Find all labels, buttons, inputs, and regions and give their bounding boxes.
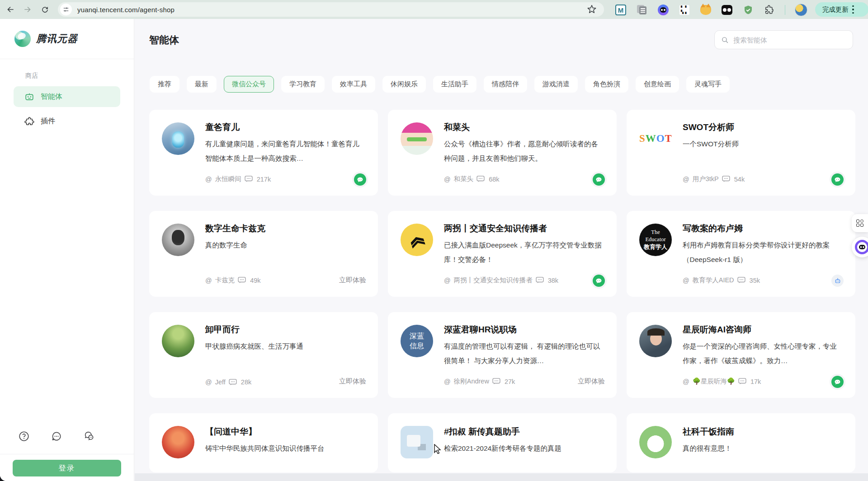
at-sign: @ xyxy=(683,277,689,284)
sidebar-item-label: 智能体 xyxy=(41,92,62,102)
extensions-puzzle-icon[interactable] xyxy=(764,4,775,16)
avatar-letter: W xyxy=(646,133,656,145)
extension-shield-icon[interactable] xyxy=(742,4,754,16)
browser-window: yuanqi.tencent.com/agent-shop M 完成更新 xyxy=(0,0,868,481)
agent-desc: 公众号《槽边往事》作者，愿意耐心倾听读者的各种问题，并且友善和他们聊天。 xyxy=(444,137,603,166)
agent-card-bloom[interactable]: The Educator 教育学人 写教案的布卢姆 利用布卢姆教育目标分类学帮你… xyxy=(627,211,855,297)
sidebar-item-plugins[interactable]: 插件 xyxy=(14,111,120,131)
author-name: 两拐丨交通安全知识传播者 xyxy=(454,276,533,285)
wechat-icon[interactable] xyxy=(354,173,366,186)
url-bar[interactable]: yuanqi.tencent.com/agent-shop xyxy=(58,2,604,17)
toolbar-separator xyxy=(785,5,785,15)
agent-avatar xyxy=(162,122,194,155)
avatar-text: 深蓝 xyxy=(410,331,424,341)
extension-docs-icon[interactable] xyxy=(636,4,648,16)
browser-menu-icon[interactable] xyxy=(852,5,854,14)
tab-newest[interactable]: 最新 xyxy=(187,76,217,93)
avatar-text: 教育学人 xyxy=(644,243,667,251)
extension-m-icon[interactable]: M xyxy=(615,4,627,16)
agent-card-hecaitou[interactable]: 和菜头 公众号《槽边往事》作者，愿意耐心倾听读者的各种问题，并且友善和他们聊天。… xyxy=(388,110,617,196)
agent-title: 社科干饭指南 xyxy=(683,426,842,438)
monica-icon xyxy=(855,240,868,254)
extension-monica-icon[interactable] xyxy=(657,4,669,16)
wechat-icon[interactable] xyxy=(831,173,844,186)
at-sign: @ xyxy=(683,378,689,385)
tab-education[interactable]: 学习教育 xyxy=(281,76,325,93)
chat-count: 27k xyxy=(505,378,515,385)
tab-wechat-official[interactable]: 微信公众号 xyxy=(224,76,274,93)
card-footer: @ 卡兹克 49k xyxy=(205,276,261,285)
tab-soul-writer[interactable]: 灵魂写手 xyxy=(686,76,730,93)
agent-card-swot[interactable]: SWOT SWOT分析师 一个SWOT分析师 @ 用户3tkP 54k xyxy=(627,110,855,196)
help-icon[interactable] xyxy=(18,430,30,442)
agent-card-shenlan[interactable]: 深蓝 信息 深蓝君聊HR说职场 有温度的管理也可以有逻辑， 有逻辑的理论也可以很… xyxy=(388,312,617,398)
at-sign: @ xyxy=(683,176,689,183)
wechat-icon[interactable] xyxy=(593,173,605,186)
back-icon[interactable] xyxy=(4,3,17,16)
try-now-link[interactable]: 立即体验 xyxy=(339,276,366,284)
bot-icon[interactable] xyxy=(831,275,844,287)
sidebar-item-agents[interactable]: 智能体 xyxy=(14,86,120,107)
reload-icon[interactable] xyxy=(38,3,52,16)
agent-desc: 真的数字生命 xyxy=(205,238,364,252)
sidebar-apps-widget[interactable] xyxy=(852,214,868,232)
extension-qr-icon[interactable] xyxy=(679,4,690,16)
agent-title: #扣叔 新传真题助手 xyxy=(444,426,603,438)
update-button[interactable]: 完成更新 xyxy=(815,2,868,17)
search-box[interactable] xyxy=(714,30,853,49)
login-button[interactable]: 登录 xyxy=(13,460,121,476)
tab-games[interactable]: 游戏消遣 xyxy=(534,76,578,93)
bookmark-star-icon[interactable] xyxy=(587,4,597,16)
agent-avatar: SWOT xyxy=(639,122,672,155)
author-name: 和菜头 xyxy=(454,175,474,183)
card-footer: @ 永恒瞬间 217k xyxy=(205,175,271,183)
extension-cat-icon[interactable] xyxy=(700,4,712,16)
wechat-icon[interactable] xyxy=(593,275,605,287)
chat-count: 35k xyxy=(750,277,760,284)
tab-recommended[interactable]: 推荐 xyxy=(150,76,179,93)
extension-glasses-icon[interactable] xyxy=(721,4,733,16)
community-chat-icon[interactable] xyxy=(83,430,95,442)
feedback-icon[interactable] xyxy=(51,430,62,442)
chat-count-icon xyxy=(492,378,500,385)
brand-header: 腾讯元器 xyxy=(0,19,134,59)
profile-avatar[interactable] xyxy=(795,4,807,16)
agent-card-koushu[interactable]: #扣叔 新传真题助手 检索2021-2024新传考研各专题的真题 xyxy=(388,413,617,472)
agent-card-tongba[interactable]: 童爸育儿 有儿童健康问题，来问童爸育儿智能体！童爸育儿智能体本质上是一种高效搜索… xyxy=(149,110,378,196)
agent-card-sheke[interactable]: 社科干饭指南 真的很有意思！ xyxy=(627,413,855,472)
agent-card-wendao[interactable]: 【问道中华】 铸牢中华民族共同体意识知识传播平台 xyxy=(149,413,378,472)
agent-avatar xyxy=(401,224,433,256)
avatar-letter: O xyxy=(656,133,665,145)
agent-card-xiejia[interactable]: 卸甲而行 甲状腺癌病友就医、生活万事通 @ Jeff 28k 立即体验 xyxy=(149,312,378,398)
category-tabs: 推荐 最新 微信公众号 学习教育 效率工具 休闲娱乐 生活助手 情感陪伴 游戏消… xyxy=(150,76,730,93)
author-name: Jeff xyxy=(215,378,226,386)
tab-productivity[interactable]: 效率工具 xyxy=(332,76,375,93)
forward-icon[interactable] xyxy=(21,3,34,16)
card-footer: @ 和菜头 68k xyxy=(444,175,500,183)
agent-card-xingchen[interactable]: 星辰听海AI咨询师 你是一个资深的心理咨询师、女性心理专家，专业作家，著作《破茧… xyxy=(627,312,855,398)
tab-roleplay[interactable]: 角色扮演 xyxy=(585,76,628,93)
tab-creative-art[interactable]: 创意绘画 xyxy=(636,76,679,93)
agent-title: SWOT分析师 xyxy=(683,121,842,133)
chat-count-icon xyxy=(536,277,544,284)
card-footer: @ 🌳星辰听海🌳 17k xyxy=(683,377,761,386)
site-info-icon[interactable] xyxy=(60,4,72,15)
agent-desc: 真的很有意思！ xyxy=(683,441,842,456)
try-now-link[interactable]: 立即体验 xyxy=(578,377,605,385)
agent-card-kazike[interactable]: 数字生命卡兹克 真的数字生命 @ 卡兹克 49k 立即体验 xyxy=(149,211,378,297)
try-now-link[interactable]: 立即体验 xyxy=(339,377,366,385)
plugin-icon xyxy=(24,116,34,126)
apps-grid-icon xyxy=(856,219,863,227)
card-footer: @ 两拐丨交通安全知识传播者 38k xyxy=(444,276,558,285)
tab-entertainment[interactable]: 休闲娱乐 xyxy=(382,76,426,93)
chat-count-icon xyxy=(245,176,253,182)
search-icon xyxy=(721,36,729,44)
wechat-icon[interactable] xyxy=(831,376,844,388)
agent-desc: 已接入满血版Deepseek，享亿万字符交管专业数据库！交警必备！ xyxy=(444,238,603,267)
agent-title: 【问道中华】 xyxy=(205,426,364,438)
tab-emotional[interactable]: 情感陪伴 xyxy=(484,76,527,93)
browser-toolbar: yuanqi.tencent.com/agent-shop M 完成更新 xyxy=(0,0,868,19)
agent-card-lianguai[interactable]: 两拐丨交通安全知识传播者 已接入满血版Deepseek，享亿万字符交管专业数据库… xyxy=(388,211,617,297)
search-input[interactable] xyxy=(733,36,837,44)
tab-life-helper[interactable]: 生活助手 xyxy=(433,76,476,93)
